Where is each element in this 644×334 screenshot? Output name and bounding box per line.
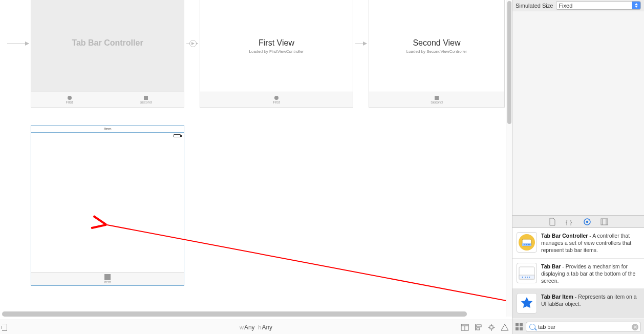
grid-view-icon[interactable]: [516, 323, 523, 330]
svg-point-27: [527, 277, 528, 278]
align-icon[interactable]: [474, 323, 482, 331]
circle-icon: [68, 96, 72, 100]
svg-point-22: [528, 244, 529, 245]
tab-item-first[interactable]: First: [31, 92, 108, 107]
svg-rect-7: [490, 326, 493, 329]
layout-buttons: [461, 320, 509, 334]
object-library-icon[interactable]: [583, 218, 591, 226]
scene-subtitle: Loaded by FirstViewController: [200, 49, 353, 54]
h-value: Any: [262, 324, 272, 331]
inspector-empty-area: [512, 11, 644, 216]
size-class-selector[interactable]: wAny hAny: [0, 324, 512, 331]
svg-point-28: [529, 277, 530, 278]
tab-item-second[interactable]: Second: [416, 92, 457, 107]
canvas[interactable]: Tab Bar Controller First Second First Vi…: [0, 0, 512, 317]
library-item-tab-bar-controller[interactable]: Tab Bar Controller - A controller that m…: [512, 228, 644, 259]
tab-bar-controller-icon: [517, 232, 537, 253]
tab-label: First: [66, 100, 73, 104]
tabbar[interactable]: Item: [31, 272, 184, 285]
library-item-tab-bar[interactable]: Tab Bar - Provides a mechanism for displ…: [512, 259, 644, 289]
library-item-text: Tab Bar - Provides a mechanism for displ…: [541, 263, 640, 285]
resolve-issues-icon[interactable]: [501, 323, 509, 331]
clear-search-icon[interactable]: ✕: [632, 324, 638, 330]
tabbar: First: [200, 92, 353, 107]
tab-label: Second: [431, 100, 443, 104]
segue-arrow[interactable]: [355, 44, 367, 44]
svg-point-21: [526, 244, 527, 245]
w-prefix: w: [240, 324, 244, 330]
stack-icon[interactable]: [461, 323, 469, 331]
library-item-text: Tab Bar Item - Represents an item on a U…: [541, 293, 640, 307]
svg-rect-5: [477, 325, 481, 327]
canvas-bottom-bar: wAny hAny: [0, 320, 512, 334]
search-icon: [529, 324, 535, 330]
scene-subtitle: Loaded by SecondViewController: [369, 49, 504, 54]
scene-title: Tab Bar Controller: [31, 38, 184, 48]
battery-icon: [174, 134, 181, 137]
vertical-scrollbar[interactable]: [506, 0, 512, 317]
scene-header[interactable]: Item: [31, 126, 184, 133]
library-search-bar: tab bar ✕: [512, 319, 644, 334]
h-prefix: h: [258, 324, 261, 330]
svg-rect-6: [477, 328, 480, 330]
storyboard-canvas-area: Tab Bar Controller First Second First Vi…: [0, 0, 512, 334]
library-search-input[interactable]: tab bar ✕: [526, 322, 641, 332]
simulated-size-select[interactable]: Fixed: [556, 1, 641, 10]
scene-first-view[interactable]: First View Loaded by FirstViewController…: [200, 0, 353, 108]
object-library-list[interactable]: Tab Bar Controller - A controller that m…: [512, 228, 644, 319]
tab-label: First: [273, 100, 280, 104]
tab-item-first[interactable]: First: [256, 92, 297, 107]
scene-item[interactable]: Item Item: [31, 125, 184, 286]
scene-second-view[interactable]: Second View Loaded by SecondViewControll…: [369, 0, 505, 108]
square-icon: [144, 96, 148, 100]
scrollbar-thumb[interactable]: [507, 1, 511, 124]
inspector-row-simulated-size: Simulated Size Fixed: [512, 0, 644, 11]
library-item-name: Tab Bar Controller: [541, 233, 588, 239]
svg-rect-15: [601, 219, 608, 225]
svg-point-23: [529, 244, 530, 245]
relationship-segue-icon[interactable]: [189, 40, 197, 47]
tabbar: Second: [369, 92, 504, 107]
media-library-icon[interactable]: [600, 218, 609, 226]
tab-bar-icon: [517, 263, 537, 283]
library-item-text: Tab Bar Controller - A controller that m…: [541, 232, 640, 254]
svg-text:{ }: { }: [566, 218, 572, 225]
status-bar: [31, 133, 184, 140]
scrollbar-thumb[interactable]: [2, 311, 467, 317]
circle-icon: [274, 96, 278, 100]
library-tab-bar: { }: [512, 216, 644, 228]
tab-label: Item: [104, 280, 111, 284]
square-icon: [104, 274, 111, 280]
select-value: Fixed: [559, 3, 572, 9]
code-snippet-library-icon[interactable]: { }: [566, 218, 574, 226]
select-stepper-icon: [632, 2, 640, 9]
scene-title: Second View: [369, 38, 504, 48]
scene-title: First View: [200, 38, 353, 48]
library-item-name: Tab Bar: [541, 263, 561, 269]
pin-icon[interactable]: [487, 323, 496, 331]
library-item-tab-bar-item[interactable]: Tab Bar Item - Represents an item on a U…: [512, 289, 644, 318]
file-template-library-icon[interactable]: [548, 218, 556, 226]
initial-vc-arrow[interactable]: [7, 44, 29, 44]
tab-bar-item-icon: [517, 293, 537, 314]
horizontal-scrollbar[interactable]: [2, 311, 467, 317]
w-value: Any: [244, 324, 255, 331]
square-icon: [435, 96, 439, 100]
utilities-panel: Simulated Size Fixed { } Tab Bar Control…: [512, 0, 644, 334]
search-value: tab bar: [538, 324, 555, 330]
tab-label: Second: [140, 100, 152, 104]
svg-point-26: [525, 277, 526, 278]
svg-point-14: [586, 220, 588, 222]
tab-item-second[interactable]: Second: [108, 92, 184, 107]
simulated-size-label: Simulated Size: [516, 3, 553, 9]
library-item-name: Tab Bar Item: [541, 294, 573, 300]
tabbar: First Second: [31, 92, 184, 107]
scene-tabbar-controller[interactable]: Tab Bar Controller First Second: [31, 0, 184, 108]
